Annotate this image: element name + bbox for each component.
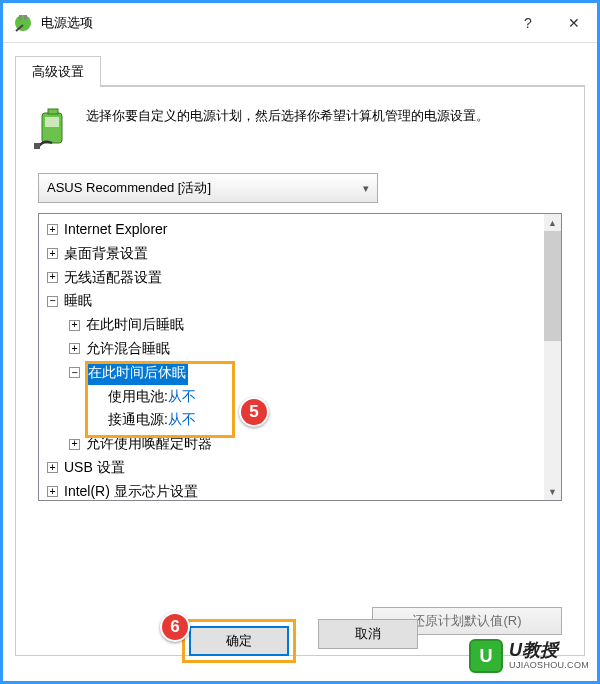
expand-icon[interactable]: + — [47, 272, 58, 283]
watermark: U U教授 UJIAOSHOU.COM — [469, 639, 589, 673]
battery-plug-icon — [34, 107, 72, 149]
tab-advanced[interactable]: 高级设置 — [15, 56, 101, 87]
expand-icon[interactable]: + — [47, 462, 58, 473]
expand-icon[interactable]: + — [47, 486, 58, 497]
expand-icon[interactable]: + — [69, 439, 80, 450]
tree-node-usb[interactable]: + USB 设置 — [41, 456, 559, 480]
settings-tree: + Internet Explorer + 桌面背景设置 + 无线适配器设置 −… — [38, 213, 562, 501]
collapse-icon[interactable]: − — [47, 296, 58, 307]
annotation-badge-5: 5 — [239, 397, 269, 427]
svg-rect-2 — [24, 15, 27, 20]
tree-node-intel-graphics[interactable]: + Intel(R) 显示芯片设置 — [41, 480, 559, 501]
titlebar: 电源选项 ? ✕ — [3, 3, 597, 43]
power-plan-value: ASUS Recommended [活动] — [47, 179, 211, 197]
scroll-thumb[interactable] — [544, 231, 561, 341]
expand-icon[interactable]: + — [47, 248, 58, 259]
cancel-button[interactable]: 取消 — [318, 619, 418, 649]
scrollbar[interactable]: ▲ ▼ — [544, 214, 561, 500]
intro-text: 选择你要自定义的电源计划，然后选择你希望计算机管理的电源设置。 — [86, 105, 489, 149]
tree-node-sleep-after[interactable]: + 在此时间后睡眠 — [41, 313, 559, 337]
tree-node-internet-explorer[interactable]: + Internet Explorer — [41, 218, 559, 242]
tree-node-hybrid-sleep[interactable]: + 允许混合睡眠 — [41, 337, 559, 361]
chevron-down-icon: ▾ — [363, 182, 369, 195]
scroll-track[interactable] — [544, 341, 561, 483]
tree-node-hibernate-after[interactable]: − 在此时间后休眠 — [41, 361, 559, 385]
collapse-icon[interactable]: − — [69, 367, 80, 378]
tree-node-desktop-bg[interactable]: + 桌面背景设置 — [41, 242, 559, 266]
window-title: 电源选项 — [41, 14, 505, 32]
watermark-url: UJIAOSHOU.COM — [509, 661, 589, 671]
expand-icon[interactable]: + — [47, 224, 58, 235]
close-button[interactable]: ✕ — [551, 3, 597, 43]
annotation-badge-6: 6 — [160, 612, 190, 642]
expand-icon[interactable]: + — [69, 343, 80, 354]
tree-leaf-battery[interactable]: 使用电池: 从不 — [41, 385, 559, 409]
tree-node-sleep[interactable]: − 睡眠 — [41, 289, 559, 313]
ok-button[interactable]: 确定 — [189, 626, 289, 656]
help-button[interactable]: ? — [505, 3, 551, 43]
watermark-icon: U — [469, 639, 503, 673]
annotation-highlight-6: 确定 — [182, 619, 296, 663]
tree-leaf-plugged[interactable]: 接通电源: 从不 — [41, 408, 559, 432]
watermark-brand: U教授 — [509, 641, 589, 661]
svg-rect-1 — [19, 15, 22, 20]
svg-rect-6 — [34, 143, 40, 149]
tab-header: 高级设置 — [15, 55, 585, 86]
svg-rect-4 — [48, 109, 58, 114]
power-icon — [13, 13, 33, 33]
scroll-down-icon[interactable]: ▼ — [544, 483, 561, 500]
svg-rect-5 — [45, 117, 59, 127]
tab-body: 选择你要自定义的电源计划，然后选择你希望计算机管理的电源设置。 ASUS Rec… — [15, 86, 585, 656]
spacer — [91, 415, 102, 426]
tree-node-wireless[interactable]: + 无线适配器设置 — [41, 266, 559, 290]
power-plan-select[interactable]: ASUS Recommended [活动] ▾ — [38, 173, 378, 203]
tab-container: 高级设置 选择你要自定义的电源计划，然后选择你希望计算机管理的电源设置。 ASU… — [15, 55, 585, 656]
tree-node-wake-timers[interactable]: + 允许使用唤醒定时器 — [41, 432, 559, 456]
expand-icon[interactable]: + — [69, 320, 80, 331]
scroll-up-icon[interactable]: ▲ — [544, 214, 561, 231]
tree-content: + Internet Explorer + 桌面背景设置 + 无线适配器设置 −… — [39, 214, 561, 501]
intro-row: 选择你要自定义的电源计划，然后选择你希望计算机管理的电源设置。 — [34, 105, 566, 149]
tab-filler — [101, 55, 585, 86]
spacer — [91, 391, 102, 402]
